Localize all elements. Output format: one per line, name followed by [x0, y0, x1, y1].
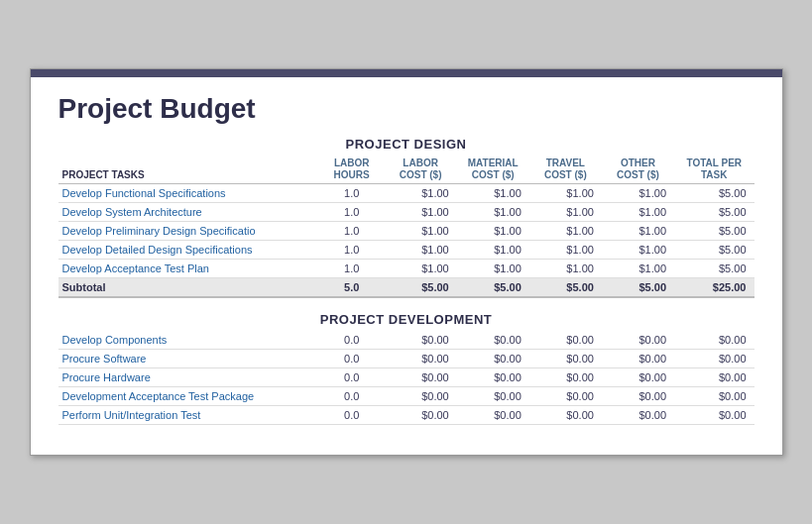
subtotal-total: $25.00	[674, 278, 754, 298]
travel-cost: $0.00	[529, 406, 602, 425]
task-name: Develop Functional Specifications	[58, 184, 319, 203]
material-cost: $0.00	[457, 406, 529, 425]
total: $0.00	[674, 350, 754, 368]
dev-row-2: Procure Hardware 0.0 $0.00 $0.00 $0.00 $…	[58, 368, 754, 387]
subtotal-material: $5.00	[457, 278, 529, 298]
header-total: TOTAL PER TASK	[674, 156, 754, 184]
top-bar	[31, 69, 782, 77]
design-row-2: Develop Preliminary Design Specificatio …	[58, 222, 754, 241]
labor-cost: $0.00	[385, 368, 457, 387]
material-cost: $1.00	[457, 222, 529, 241]
header-labor-cost: LABOR COST ($)	[385, 156, 457, 184]
main-window: Project Budget PROJECT DESIGN PROJECT TA…	[30, 68, 783, 456]
hours: 1.0	[319, 222, 385, 241]
subtotal-label: Subtotal	[58, 278, 319, 298]
design-subtotal-row: Subtotal 5.0 $5.00 $5.00 $5.00 $5.00 $25…	[58, 278, 754, 298]
hours: 1.0	[319, 260, 385, 278]
hours: 1.0	[319, 241, 385, 260]
labor-cost: $1.00	[385, 203, 457, 222]
subtotal-other: $5.00	[602, 278, 674, 298]
labor-cost: $0.00	[385, 387, 457, 406]
labor-cost: $1.00	[385, 260, 457, 278]
section-title-design: PROJECT DESIGN	[58, 137, 754, 152]
travel-cost: $0.00	[529, 368, 602, 387]
material-cost: $0.00	[457, 350, 529, 368]
task-name: Develop Detailed Design Specifications	[58, 241, 319, 260]
design-row-3: Develop Detailed Design Specifications 1…	[58, 241, 754, 260]
other-cost: $0.00	[602, 387, 674, 406]
dev-row-1: Procure Software 0.0 $0.00 $0.00 $0.00 $…	[58, 350, 754, 368]
page-title: Project Budget	[58, 93, 754, 125]
dev-row-4: Perform Unit/Integration Test 0.0 $0.00 …	[58, 406, 754, 425]
travel-cost: $0.00	[529, 350, 602, 368]
hours: 1.0	[319, 184, 385, 203]
task-name: Procure Hardware	[58, 368, 319, 387]
task-name: Development Acceptance Test Package	[58, 387, 319, 406]
travel-cost: $0.00	[529, 331, 602, 350]
travel-cost: $1.00	[529, 260, 602, 278]
material-cost: $1.00	[457, 241, 529, 260]
header-material-cost: MATERIAL COST ($)	[457, 156, 529, 184]
labor-cost: $1.00	[385, 184, 457, 203]
hours: 0.0	[319, 406, 385, 425]
header-labor-hours: LABOR HOURS	[319, 156, 385, 184]
other-cost: $0.00	[602, 406, 674, 425]
hours: 0.0	[319, 331, 385, 350]
material-cost: $0.00	[457, 387, 529, 406]
total: $0.00	[674, 331, 754, 350]
hours: 1.0	[319, 203, 385, 222]
total: $0.00	[674, 406, 754, 425]
header-other-cost: OTHER COST ($)	[602, 156, 674, 184]
labor-cost: $0.00	[385, 331, 457, 350]
subtotal-travel: $5.00	[529, 278, 602, 298]
material-cost: $1.00	[457, 203, 529, 222]
material-cost: $1.00	[457, 260, 529, 278]
other-cost: $0.00	[602, 350, 674, 368]
material-cost: $0.00	[457, 368, 529, 387]
design-table: PROJECT TASKS LABOR HOURS LABOR COST ($)…	[58, 156, 754, 298]
travel-cost: $1.00	[529, 241, 602, 260]
labor-cost: $0.00	[385, 406, 457, 425]
other-cost: $1.00	[602, 260, 674, 278]
development-body: Develop Components 0.0 $0.00 $0.00 $0.00…	[58, 331, 754, 425]
travel-cost: $1.00	[529, 184, 602, 203]
development-table: Develop Components 0.0 $0.00 $0.00 $0.00…	[58, 331, 754, 425]
task-name: Develop System Architecture	[58, 203, 319, 222]
labor-cost: $1.00	[385, 241, 457, 260]
other-cost: $0.00	[602, 331, 674, 350]
hours: 0.0	[319, 368, 385, 387]
material-cost: $0.00	[457, 331, 529, 350]
total: $5.00	[674, 184, 754, 203]
design-row-4: Develop Acceptance Test Plan 1.0 $1.00 $…	[58, 260, 754, 278]
task-name: Procure Software	[58, 350, 319, 368]
subtotal-labor: $5.00	[385, 278, 457, 298]
labor-cost: $0.00	[385, 350, 457, 368]
travel-cost: $1.00	[529, 203, 602, 222]
other-cost: $1.00	[602, 203, 674, 222]
design-row-0: Develop Functional Specifications 1.0 $1…	[58, 184, 754, 203]
design-body: Develop Functional Specifications 1.0 $1…	[58, 184, 754, 298]
task-name: Perform Unit/Integration Test	[58, 406, 319, 425]
header-travel-cost: TRAVEL COST ($)	[529, 156, 602, 184]
content-area: Project Budget PROJECT DESIGN PROJECT TA…	[31, 77, 782, 435]
other-cost: $1.00	[602, 222, 674, 241]
task-name: Develop Components	[58, 331, 319, 350]
total: $5.00	[674, 222, 754, 241]
hours: 0.0	[319, 350, 385, 368]
header-task: PROJECT TASKS	[58, 156, 319, 184]
total: $5.00	[674, 241, 754, 260]
total: $5.00	[674, 260, 754, 278]
other-cost: $1.00	[602, 241, 674, 260]
design-header-row: PROJECT TASKS LABOR HOURS LABOR COST ($)…	[58, 156, 754, 184]
task-name: Develop Acceptance Test Plan	[58, 260, 319, 278]
other-cost: $1.00	[602, 184, 674, 203]
total: $0.00	[674, 368, 754, 387]
dev-row-0: Develop Components 0.0 $0.00 $0.00 $0.00…	[58, 331, 754, 350]
labor-cost: $1.00	[385, 222, 457, 241]
travel-cost: $0.00	[529, 387, 602, 406]
dev-row-3: Development Acceptance Test Package 0.0 …	[58, 387, 754, 406]
material-cost: $1.00	[457, 184, 529, 203]
total: $5.00	[674, 203, 754, 222]
travel-cost: $1.00	[529, 222, 602, 241]
subtotal-hours: 5.0	[319, 278, 385, 298]
